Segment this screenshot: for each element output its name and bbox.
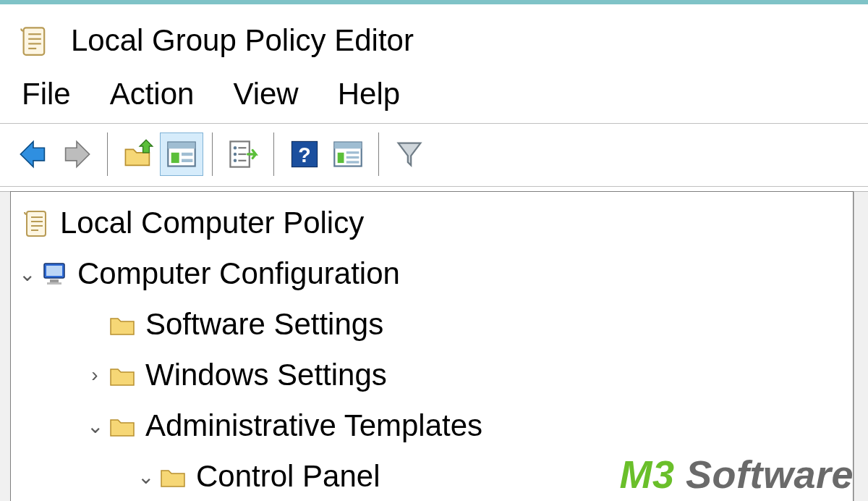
export-list-button[interactable]: [221, 132, 265, 176]
up-folder-icon: [122, 138, 154, 170]
toolbar: [0, 124, 868, 186]
help-icon: [289, 138, 320, 170]
computer-icon: [38, 259, 70, 288]
panel-left-margin: [0, 191, 10, 501]
menu-action[interactable]: Action: [110, 77, 195, 111]
window-title-bar: Local Group Policy Editor: [0, 4, 868, 74]
folder-icon: [157, 462, 189, 491]
tree-label: Administrative Templates: [145, 408, 482, 443]
window-title: Local Group Policy Editor: [71, 23, 414, 58]
tree-panel: Local Computer Policy ⌄ Computer Configu…: [10, 191, 854, 501]
properties-button[interactable]: [160, 132, 203, 176]
folder-icon: [106, 411, 138, 440]
tree-node-administrative-templates[interactable]: ⌄ Administrative Templates: [11, 400, 853, 451]
content-area: Local Computer Policy ⌄ Computer Configu…: [0, 191, 868, 501]
tree-label: Computer Configuration: [77, 256, 400, 291]
tree-node-software-settings[interactable]: Software Settings: [11, 299, 853, 350]
tree-node-control-panel[interactable]: ⌄ Control Panel: [11, 451, 853, 501]
properties-icon: [166, 138, 197, 170]
show-hide-tree-icon: [332, 138, 364, 170]
export-list-icon: [227, 138, 259, 170]
menu-bar: File Action View Help: [0, 74, 868, 123]
tree-node-computer-configuration[interactable]: ⌄ Computer Configuration: [11, 248, 853, 299]
filter-icon: [393, 138, 425, 170]
toolbar-separator-bottom: [0, 186, 868, 187]
chevron-right-icon[interactable]: ›: [83, 363, 106, 387]
toolbar-separator: [107, 132, 108, 176]
panel-right-margin: [854, 191, 868, 501]
back-button[interactable]: [12, 132, 55, 176]
toolbar-separator: [273, 132, 274, 176]
menu-view[interactable]: View: [233, 77, 298, 111]
chevron-down-icon[interactable]: ⌄: [15, 262, 38, 286]
back-arrow-icon: [17, 138, 49, 170]
toolbar-separator: [212, 132, 213, 176]
menu-file[interactable]: File: [22, 77, 71, 111]
help-button[interactable]: [283, 132, 326, 176]
chevron-down-icon[interactable]: ⌄: [134, 465, 157, 489]
folder-icon: [106, 310, 138, 339]
up-one-level-button[interactable]: [116, 132, 160, 176]
show-hide-tree-button[interactable]: [326, 132, 370, 176]
folder-icon: [106, 361, 138, 390]
tree-label: Local Computer Policy: [60, 206, 364, 240]
forward-button[interactable]: [55, 132, 98, 176]
forward-arrow-icon: [61, 138, 93, 170]
app-scroll-icon: [19, 25, 51, 56]
toolbar-separator: [378, 132, 379, 176]
scroll-icon: [21, 209, 53, 237]
chevron-down-icon[interactable]: ⌄: [83, 414, 106, 438]
tree-node-root[interactable]: Local Computer Policy: [11, 198, 853, 248]
tree-label: Windows Settings: [145, 358, 387, 392]
menu-help[interactable]: Help: [338, 77, 400, 111]
tree-label: Control Panel: [196, 459, 380, 494]
tree-node-windows-settings[interactable]: › Windows Settings: [11, 350, 853, 400]
tree-label: Software Settings: [145, 307, 383, 342]
filter-button[interactable]: [388, 132, 431, 176]
